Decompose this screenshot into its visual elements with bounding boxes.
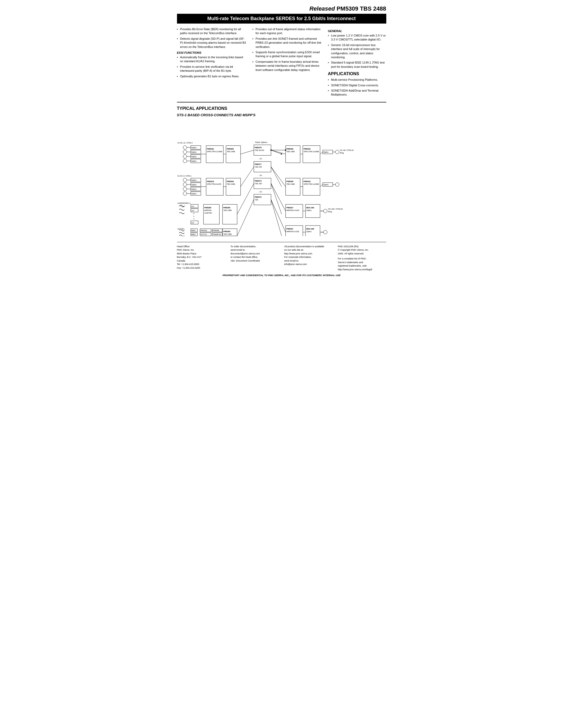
footer-text: Canada (177, 259, 225, 263)
svg-text:Optics: Optics (191, 160, 196, 162)
svg-point-3 (183, 155, 187, 158)
svg-point-26 (183, 178, 187, 182)
list-item: Provides in-service link verification vi… (177, 65, 247, 73)
svg-text:•: • (193, 215, 194, 218)
svg-point-2 (183, 150, 187, 154)
svg-line-114 (271, 150, 282, 154)
svg-text:TSE: TSE (254, 199, 258, 201)
footer-text: http://www.pmc-sierra.com (284, 252, 333, 256)
svg-text:Optics: Optics (323, 184, 329, 186)
svg-point-27 (183, 183, 187, 186)
footer-col-4: PMC-2021208 (R4) © Copyright PMC-Sierra,… (338, 245, 386, 272)
svg-text:MAG: MAG (191, 230, 195, 231)
footer-col-1: Head Office: PMC-Sierra, Inc. 8555 Baxte… (177, 245, 225, 272)
footer-text: Fax: +1.604.415.6200 (177, 266, 225, 270)
svg-text:LIU: LIU (191, 222, 194, 224)
svg-marker-171 (270, 149, 272, 151)
svg-text:PM5309: PM5309 (223, 207, 230, 209)
svg-line-113 (237, 200, 254, 236)
diagram: 4x OC-12 / STM-4 Optics Optics Optics Op… (177, 120, 386, 237)
list-item: Low power 1.2 V CMOS core with 2.5 V or … (328, 34, 386, 42)
svg-text:TBS 2488: TBS 2488 (287, 183, 295, 185)
list-item: Provides per-link SONET-framed and unfra… (252, 37, 323, 49)
svg-text:TBS 2488: TBS 2488 (287, 151, 295, 152)
footer-col-3: All product documentation is available o… (284, 245, 333, 272)
svg-text:Optics: Optics (191, 188, 196, 190)
footer-text: PMC-2021208 (R4) (338, 245, 386, 249)
footer-text: To order documentation, (230, 245, 279, 249)
main-heading: Multi-rate Telecom Backplane SERDES for … (177, 14, 386, 24)
svg-text:Optics: Optics (191, 193, 196, 195)
svg-text:OC-48 / STM-16: OC-48 / STM-16 (340, 149, 354, 151)
svg-text:PM5366: PM5366 (213, 230, 219, 231)
footer-text: 8555 Baxter Place (177, 252, 225, 256)
svg-text:TBS 2488: TBS 2488 (227, 183, 235, 185)
svg-text:ARROW-1x192: ARROW-1x192 (287, 209, 299, 211)
svg-text:Optics: Optics (306, 231, 312, 233)
svg-point-29 (183, 192, 187, 195)
svg-text:•: • (193, 218, 194, 220)
footer-text: Tel: +1.604.415.6000 (177, 263, 225, 266)
svg-line-110 (240, 150, 254, 154)
svg-line-145 (320, 185, 323, 187)
svg-text:PM5327: PM5327 (287, 228, 293, 230)
footer-text: document@pmc-sierra.com (230, 252, 279, 256)
svg-text:SPECTRA 1x2488: SPECTRA 1x2488 (304, 151, 319, 152)
svg-line-117 (271, 200, 282, 236)
footer-text: Burnaby, B.C. V5A 4V7 (177, 255, 225, 259)
svg-text:Optics: Optics (306, 209, 312, 212)
svg-text:Optics: Optics (191, 179, 196, 181)
svg-text:PM5309: PM5309 (287, 181, 293, 182)
list-item: Standard 5-signal IEEE 1149.1 JTAG test … (328, 61, 386, 69)
svg-text:Ring: Ring (328, 211, 332, 213)
svg-text:LIU: LIU (191, 210, 194, 212)
footer-text: on our web site at: (284, 248, 333, 252)
applications-bullets: Multi-service Provisioning Platforms. SO… (328, 78, 386, 97)
footer-text: For a complete list of PMC- (338, 257, 386, 261)
svg-point-28 (183, 187, 187, 191)
svg-point-4 (183, 159, 187, 163)
svg-point-141 (336, 183, 339, 186)
sts-title: STS-1 BASED CROSS-CONNECTS AND MSPP'S (177, 113, 386, 117)
footer-text: PMC-Sierra, Inc. (177, 248, 225, 252)
page-title: Released PM5309 TBS 2488 (177, 5, 386, 12)
svg-text:TSE Nx160: TSE Nx160 (254, 149, 264, 151)
svg-text:Optics: Optics (191, 184, 196, 186)
svg-text:SPECTRA 4x155: SPECTRA 4x155 (207, 183, 221, 185)
svg-text:- Or -: - Or - (258, 191, 263, 193)
svg-text:OC-192 / STM-64: OC-192 / STM-64 (328, 208, 343, 210)
middle-column: Provides out of frame alignment status i… (252, 27, 323, 98)
svg-text:TEMAP 84: TEMAP 84 (213, 233, 221, 235)
svg-text:PM5309: PM5309 (227, 181, 234, 182)
svg-text:Optics: Optics (191, 147, 196, 149)
svg-text:PM5376: PM5376 (254, 147, 261, 149)
list-item: Generic 16-bit microprocessor bus interf… (328, 43, 386, 60)
list-item: Detects signal degrade (SD-P) and signal… (177, 37, 247, 49)
svg-text:OCTLIU: OCTLIU (200, 233, 207, 235)
svg-line-132 (320, 152, 323, 154)
essi-title: ESSI FUNCTIONS (177, 51, 247, 54)
footer: Head Office: PMC-Sierra, Inc. 8555 Baxte… (177, 245, 386, 272)
svg-text:PM5332: PM5332 (207, 148, 214, 150)
svg-text:Fabric Options: Fabric Options (255, 141, 267, 143)
footer-text: For corporate information, (284, 255, 333, 259)
list-item: Provides out of frame alignment status i… (252, 27, 323, 35)
footer-text: © Copyright PMC-Sierra, Inc. (338, 248, 386, 252)
svg-text:TBS 2488: TBS 2488 (227, 151, 235, 152)
svg-text:MSA-300: MSA-300 (306, 207, 314, 209)
svg-text:PM5385: PM5385 (204, 207, 211, 209)
svg-text:PM5332: PM5332 (304, 181, 311, 182)
footer-text: send email to: (284, 259, 333, 263)
svg-line-111 (240, 167, 254, 187)
svg-text:ARROW: ARROW (204, 209, 211, 211)
svg-text:Optics: Optics (191, 156, 196, 158)
left-column: Provides Bit Error Rate (BER) monitoring… (177, 27, 247, 98)
svg-text:PM4318: PM4318 (200, 230, 207, 231)
svg-text:ARROW-1x192: ARROW-1x192 (287, 231, 299, 232)
footer-text: All product documentation is available (284, 245, 333, 249)
section-divider (177, 102, 386, 102)
footer-text: Attn: Document Coordinator (230, 259, 279, 263)
svg-text:PM5316: PM5316 (207, 181, 214, 182)
svg-text:MSA-300: MSA-300 (306, 228, 314, 230)
footer-text: info@pmc-sierra.com (284, 263, 333, 266)
